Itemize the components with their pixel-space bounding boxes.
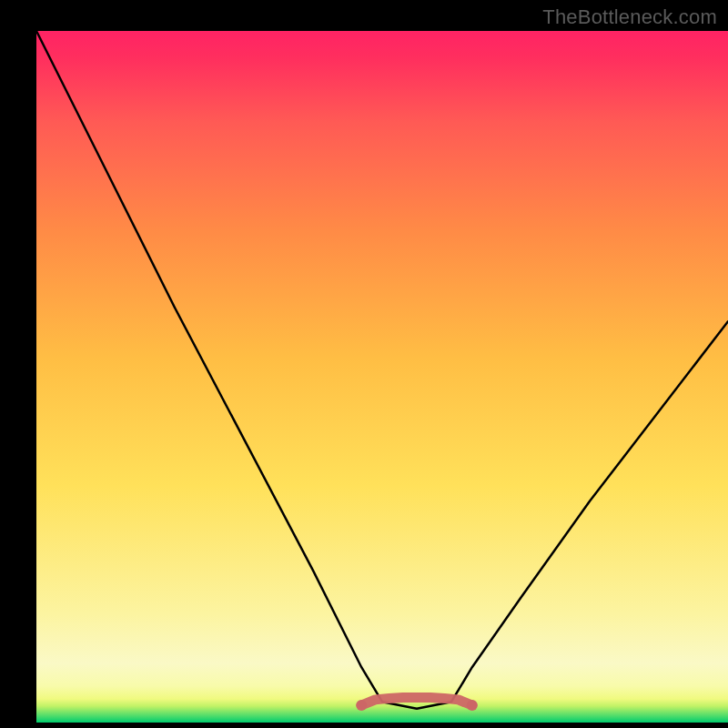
bottleneck-curve — [36, 31, 728, 709]
outer-frame: TheBottleneck.com — [0, 0, 728, 728]
base-hump — [361, 698, 472, 705]
hump-endpoint — [356, 700, 367, 711]
hump-endpoint — [467, 700, 478, 711]
curve-overlay — [0, 0, 728, 728]
watermark-text: TheBottleneck.com — [542, 5, 717, 29]
